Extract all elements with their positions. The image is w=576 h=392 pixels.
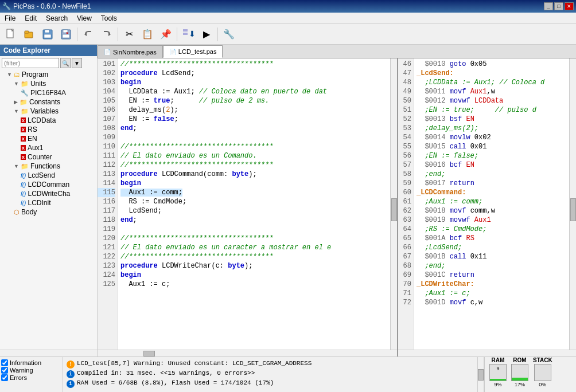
sidebar-hscrollbar[interactable] <box>0 350 97 356</box>
tree-program[interactable]: ▼ 🗂 Program <box>0 70 97 79</box>
menu-tools[interactable]: Tools <box>96 13 122 23</box>
tab-bar: 📄 SinNombre.pas 📄 LCD_test.pas <box>98 45 576 58</box>
tab-lcdtest-label: LCD_test.pas <box>178 48 217 55</box>
tree-lcdsend[interactable]: f() LcdSend <box>0 171 97 180</box>
tab-lcdtest-icon: 📄 <box>169 49 176 55</box>
minimize-button[interactable]: _ <box>544 2 553 10</box>
run-button[interactable]: ▶ <box>198 26 215 42</box>
tree-rs-label: RS <box>28 126 37 134</box>
tree-lcdwritechar[interactable]: f() LCDWriteCha <box>0 189 97 198</box>
tree-pic16f84a[interactable]: 🔧 PIC16F84A <box>0 88 97 97</box>
log-msg-2: RAM Used = 6/68B (8.8%), Flash Used = 17… <box>77 379 274 386</box>
svg-rect-2 <box>25 31 29 33</box>
tree-en[interactable]: x EN <box>0 134 97 143</box>
app-icon: 🔧 <box>2 2 11 10</box>
left-code-hscrollbar[interactable] <box>98 350 397 356</box>
new-button[interactable] <box>2 26 20 42</box>
tab-sinnombre-icon: 📄 <box>104 49 111 55</box>
copy-button[interactable]: 📋 <box>139 26 156 42</box>
tree-units[interactable]: ▼ 📁 Units <box>0 79 97 88</box>
compile-button[interactable]: ⬇ <box>180 26 197 42</box>
tree-aux1-label: Aux1 <box>28 144 43 152</box>
tree-units-label: Units <box>30 80 46 88</box>
tab-lcdtest[interactable]: 📄 LCD_test.pas <box>163 45 223 58</box>
tree-rs[interactable]: x RS <box>0 125 97 134</box>
tree-lcdwritechar-label: LCDWriteCha <box>28 190 70 198</box>
menu-view[interactable]: View <box>72 13 96 23</box>
redo-button[interactable] <box>98 26 115 42</box>
tree-en-label: EN <box>28 135 37 143</box>
tree-program-label: Program <box>22 70 48 79</box>
tree-variables-label: Variables <box>30 107 59 115</box>
cb-information[interactable]: Information <box>1 359 61 366</box>
tree-pic16f84a-label: PIC16F84A <box>30 89 66 97</box>
tree-lcddata-label: LCDData <box>28 116 56 124</box>
tree-functions-label: Functions <box>30 162 60 170</box>
log-msg-0: LCD_test[85,7] Warning: Unused constant:… <box>77 360 312 367</box>
filter-search-btn[interactable]: 🔍 <box>60 58 71 68</box>
log-row-0: ! LCD_test[85,7] Warning: Unused constan… <box>65 359 475 369</box>
save-img-button[interactable]: ▶ <box>57 26 75 42</box>
log-messages: ! LCD_test[85,7] Warning: Unused constan… <box>63 357 477 392</box>
tree-lcdinit-label: LCDInit <box>28 199 50 207</box>
ram-pct-label: 9% <box>494 382 501 387</box>
stack-stat: STACK 0% <box>533 357 552 387</box>
open-button[interactable] <box>21 26 38 42</box>
cb-information-input[interactable] <box>1 359 8 366</box>
tree-lcdcommand[interactable]: f() LCDComman <box>0 180 97 189</box>
tree-lcddata[interactable]: x LCDData <box>0 116 97 125</box>
tree-functions[interactable]: ▼ 📁 Functions <box>0 162 97 171</box>
undo-button[interactable] <box>80 26 97 42</box>
menu-file[interactable]: File <box>0 13 20 23</box>
tree-counter[interactable]: x Counter <box>0 152 97 162</box>
editor-area: 📄 SinNombre.pas 📄 LCD_test.pas 101102103… <box>98 45 576 356</box>
warn-icon: ! <box>67 360 75 369</box>
toolbar: ▶ ✂ 📋 📌 ⬇ ▶ 🔧 <box>0 24 576 45</box>
titlebar: 🔧 PicPas - 0.6.0 - NewFile1 _ □ ✕ <box>0 0 576 13</box>
line-numbers: 101102103104 105106107108 109110111112 1… <box>98 58 118 350</box>
sidebar-tree: ▼ 🗂 Program ▼ 📁 Units 🔧 PIC16F84A ▶ 📁 Co… <box>0 70 97 350</box>
svg-rect-5 <box>44 34 51 38</box>
rom-label: ROM <box>513 357 526 363</box>
log-vscrollbar[interactable] <box>477 357 484 392</box>
menu-search[interactable]: Search <box>41 13 72 23</box>
code-editor[interactable]: //*********************************** pr… <box>118 58 390 350</box>
right-line-numbers: 46474849 50515253 54555657 58596061 6263… <box>398 58 414 350</box>
log-row-1: i Compiled in: 31 msec. <<15 warnings, 0… <box>65 369 475 379</box>
sidebar-filter-row: 🔍 ▼ <box>0 56 97 70</box>
cb-warning[interactable]: Warning <box>1 367 61 374</box>
code-panels: 101102103104 105106107108 109110111112 1… <box>98 58 576 356</box>
svg-rect-12 <box>183 29 188 32</box>
cut-button[interactable]: ✂ <box>120 26 138 42</box>
right-code-editor[interactable]: $0010 goto 0x05 _LcdSend: ;LCDData := Au… <box>414 58 569 350</box>
right-code-hscrollbar[interactable] <box>398 350 576 356</box>
stack-bar-bg <box>534 364 551 381</box>
titlebar-left: 🔧 PicPas - 0.6.0 - NewFile1 <box>2 2 91 10</box>
cb-warning-input[interactable] <box>1 367 8 374</box>
paste-button[interactable]: 📌 <box>157 26 174 42</box>
main-area: Code Explorer 🔍 ▼ ▼ 🗂 Program ▼ 📁 Units … <box>0 45 576 356</box>
menu-edit[interactable]: Edit <box>20 13 41 23</box>
tree-lcdinit[interactable]: f() LCDInit <box>0 198 97 207</box>
right-code-vscrollbar[interactable] <box>569 58 576 350</box>
tree-body[interactable]: ⬡ Body <box>0 207 97 217</box>
maximize-button[interactable]: □ <box>554 2 563 10</box>
filter-clear-btn[interactable]: ▼ <box>72 58 82 68</box>
tree-aux1[interactable]: x Aux1 <box>0 143 97 152</box>
filter-input[interactable] <box>2 58 59 68</box>
rom-bar-fill <box>512 378 528 381</box>
ram-bar-fill <box>490 379 506 381</box>
tree-variables[interactable]: ▼ 📁 Variables <box>0 107 97 116</box>
cb-errors[interactable]: Errors <box>1 374 61 381</box>
tree-lcdsend-label: LcdSend <box>28 171 55 179</box>
log-checkboxes: Information Warning Errors <box>0 357 63 392</box>
settings-button[interactable]: 🔧 <box>220 26 238 42</box>
tab-sinnombre[interactable]: 📄 SinNombre.pas <box>98 45 163 58</box>
titlebar-controls: _ □ ✕ <box>544 2 574 10</box>
save-button[interactable] <box>39 26 56 42</box>
tree-constants[interactable]: ▶ 📁 Constants <box>0 97 97 107</box>
left-code-vscrollbar[interactable] <box>390 58 397 350</box>
close-button[interactable]: ✕ <box>565 2 574 10</box>
stack-label: STACK <box>533 357 552 363</box>
cb-errors-input[interactable] <box>1 374 8 381</box>
